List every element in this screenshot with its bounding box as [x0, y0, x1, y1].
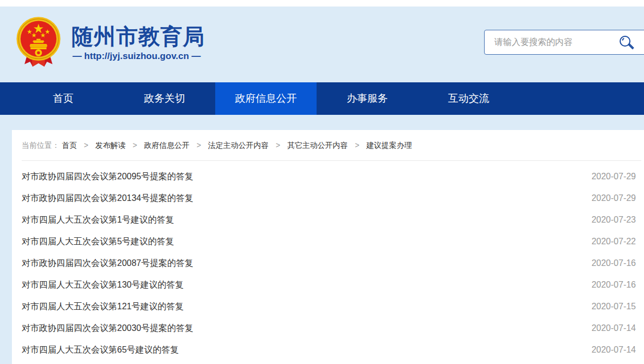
nav-item-gov-concern[interactable]: 政务关切 — [114, 82, 215, 115]
site-title[interactable]: 随州市教育局 — [72, 22, 234, 51]
nav-item-gov-info-disclosure[interactable]: 政府信息公开 — [215, 82, 317, 115]
article-date: 2020-07-16 — [591, 280, 636, 290]
article-link[interactable]: 对市政协四届四次会议第20030号提案的答复 — [22, 323, 194, 334]
list-item: 对市政协四届四次会议第20134号提案的答复 2020-07-29 — [12, 187, 644, 209]
article-list: 对市政协四届四次会议第20095号提案的答复 2020-07-29 对市政协四届… — [12, 166, 644, 361]
list-item: 对市四届人大五次会议第130号建议的答复 2020-07-16 — [12, 274, 644, 296]
nav-items: 首页 政务关切 政府信息公开 办事服务 互动交流 — [12, 82, 519, 115]
list-item: 对市四届人大五次会议第5号建议的答复 2020-07-22 — [12, 231, 644, 252]
list-item: 对市政协四届四次会议第20030号提案的答复 2020-07-14 — [12, 317, 644, 339]
breadcrumb-separator: > — [84, 141, 88, 150]
article-link[interactable]: 对市四届人大五次会议第65号建议的答复 — [22, 344, 179, 356]
nav-item-services[interactable]: 办事服务 — [317, 82, 418, 115]
breadcrumb-item-gov-info[interactable]: 政府信息公开 — [144, 141, 190, 150]
article-date: 2020-07-29 — [591, 193, 636, 203]
search-button[interactable] — [618, 34, 635, 51]
top-strip — [0, 0, 644, 6]
article-date: 2020-07-14 — [591, 345, 636, 355]
main-nav: 首页 政务关切 政府信息公开 办事服务 互动交流 — [0, 82, 644, 115]
breadcrumb-label: 当前位置： — [22, 141, 60, 150]
breadcrumb-item-statutory[interactable]: 法定主动公开内容 — [208, 141, 269, 150]
page: 随州市教育局 — http://jyj.suizhou.gov.cn — 首页 … — [0, 0, 644, 364]
search-icon — [618, 45, 635, 53]
article-link[interactable]: 对市政协四届四次会议第20134号提案的答复 — [22, 193, 194, 204]
article-link[interactable]: 对市政协四届四次会议第20087号提案的答复 — [22, 258, 194, 269]
list-item: 对市四届人大五次会议第65号建议的答复 2020-07-14 — [12, 339, 644, 361]
breadcrumb-divider — [22, 160, 641, 161]
list-item: 对市四届人大五次会议第1号建议的答复 2020-07-23 — [12, 209, 644, 231]
article-link[interactable]: 对市四届人大五次会议第5号建议的答复 — [22, 236, 174, 248]
nav-item-interaction[interactable]: 互动交流 — [418, 82, 519, 115]
nav-item-home[interactable]: 首页 — [12, 82, 114, 115]
national-emblem-icon — [14, 16, 63, 70]
article-link[interactable]: 对市政协四届四次会议第20095号提案的答复 — [22, 171, 194, 183]
article-date: 2020-07-16 — [591, 258, 636, 268]
list-item: 对市政协四届四次会议第20095号提案的答复 2020-07-29 — [12, 166, 644, 187]
site-header: 随州市教育局 — http://jyj.suizhou.gov.cn — — [0, 6, 644, 82]
article-date: 2020-07-22 — [591, 237, 636, 246]
breadcrumb-item-other[interactable]: 其它主动公开内容 — [287, 141, 348, 150]
article-link[interactable]: 对市四届人大五次会议第121号建议的答复 — [22, 301, 184, 313]
list-item: 对市政协四届四次会议第20087号提案的答复 2020-07-16 — [12, 252, 644, 274]
site-url: — http://jyj.suizhou.gov.cn — — [72, 51, 202, 62]
article-link[interactable]: 对市四届人大五次会议第130号建议的答复 — [22, 280, 184, 291]
breadcrumb-item-release[interactable]: 发布解读 — [95, 141, 126, 150]
content-card: 当前位置： 首页 > 发布解读 > 政府信息公开 > 法定主动公开内容 > 其它… — [12, 130, 644, 364]
search-input[interactable] — [485, 30, 624, 54]
breadcrumb-separator: > — [276, 141, 280, 150]
breadcrumb-separator: > — [133, 141, 137, 150]
search-box — [484, 30, 644, 55]
article-link[interactable]: 对市四届人大五次会议第1号建议的答复 — [22, 214, 174, 226]
breadcrumb: 当前位置： 首页 > 发布解读 > 政府信息公开 > 法定主动公开内容 > 其它… — [22, 130, 412, 160]
article-date: 2020-07-15 — [591, 302, 636, 311]
article-date: 2020-07-29 — [591, 172, 636, 181]
breadcrumb-item-home[interactable]: 首页 — [62, 141, 77, 150]
list-item: 对市四届人大五次会议第121号建议的答复 2020-07-15 — [12, 296, 644, 317]
breadcrumb-item-proposals[interactable]: 建议提案办理 — [366, 141, 412, 150]
article-date: 2020-07-14 — [591, 323, 636, 333]
article-date: 2020-07-23 — [591, 215, 636, 225]
breadcrumb-separator: > — [355, 141, 359, 150]
breadcrumb-separator: > — [197, 141, 201, 150]
